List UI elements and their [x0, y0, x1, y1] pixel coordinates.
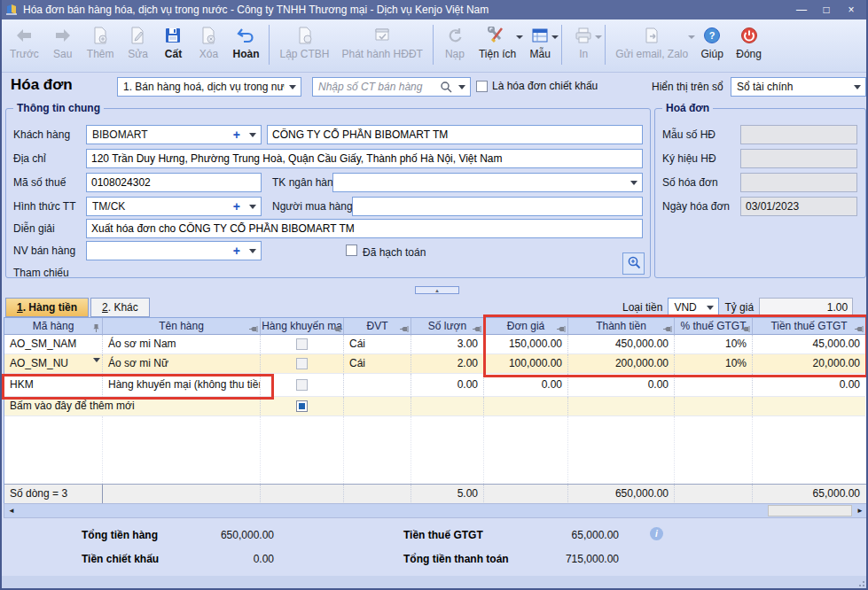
cell-name[interactable]: Áo sơ mi Nữ: [103, 354, 261, 374]
voucher-search-input[interactable]: [318, 79, 438, 95]
address-input[interactable]: [86, 149, 643, 168]
toolbar-button-save[interactable]: Cất: [155, 21, 191, 68]
maximize-button[interactable]: □: [815, 2, 838, 18]
cell-qty[interactable]: 3.00: [411, 335, 484, 354]
toolbar-button-phat-hanh-hddt[interactable]: Phát hành HĐĐT: [336, 21, 429, 68]
pin-icon[interactable]: [92, 322, 100, 335]
cell-vat-pct[interactable]: 10%: [675, 354, 753, 374]
cell-vat-pct[interactable]: [675, 397, 753, 416]
discount-invoice-checkbox[interactable]: [476, 81, 488, 92]
cell-vat[interactable]: [753, 397, 865, 416]
posted-checkbox[interactable]: [346, 245, 357, 256]
minimize-button[interactable]: —: [790, 2, 813, 18]
toolbar-button-delete[interactable]: Xóa: [191, 21, 226, 68]
scrollbar-thumb[interactable]: [768, 505, 852, 516]
cell-unit[interactable]: Cái: [344, 354, 411, 374]
scroll-left-arrow[interactable]: ◄: [4, 504, 19, 517]
chevron-down-icon[interactable]: [245, 126, 261, 144]
cell-promo[interactable]: [261, 335, 344, 354]
cell-promo[interactable]: [261, 374, 344, 397]
add-new-row[interactable]: Bấm vào đây để thêm mới: [4, 397, 867, 416]
toolbar-button-close-form[interactable]: Đóng: [730, 21, 768, 68]
toolbar-button-next[interactable]: Sau: [45, 21, 81, 68]
cell-qty[interactable]: 2.00: [411, 354, 484, 374]
promo-checkbox[interactable]: [296, 379, 308, 391]
customer-code-combo[interactable]: BIBOMART +: [86, 125, 262, 144]
toolbar-button-print[interactable]: In: [566, 21, 601, 68]
cell-unit[interactable]: [344, 374, 411, 397]
table-row[interactable]: HKM Hàng khuyến mại (không thu tiền) 0.0…: [4, 374, 867, 397]
chevron-down-icon[interactable]: [93, 360, 100, 374]
customer-name-input[interactable]: [267, 125, 643, 144]
pin-icon[interactable]: [556, 322, 566, 335]
chevron-down-icon[interactable]: [551, 35, 559, 39]
chevron-down-icon[interactable]: [595, 35, 602, 39]
chevron-down-icon[interactable]: [285, 78, 301, 96]
info-icon[interactable]: i: [650, 527, 663, 540]
pin-icon[interactable]: [332, 322, 341, 335]
payment-method-combo[interactable]: TM/CK +: [86, 197, 262, 216]
cell-price[interactable]: 0.00: [484, 374, 568, 397]
chevron-down-icon[interactable]: [245, 242, 261, 260]
column-header-ten-hang[interactable]: Tên hàng: [103, 318, 261, 335]
pin-icon[interactable]: [472, 322, 481, 335]
column-header-don-gia[interactable]: Đơn giá: [484, 318, 568, 335]
cell-amount[interactable]: 200,000.00: [568, 354, 675, 374]
cell-amount[interactable]: [568, 397, 675, 416]
toolbar-button-lap-ctbh[interactable]: Lập CTBH: [273, 21, 335, 68]
chevron-down-icon[interactable]: [849, 78, 865, 96]
pin-icon[interactable]: [399, 322, 409, 335]
promo-checkbox-checked[interactable]: [296, 400, 308, 412]
add-icon[interactable]: +: [229, 199, 245, 213]
column-header-tien-thue[interactable]: Tiền thuế GTGT: [753, 318, 865, 335]
resize-grip-icon[interactable]: [856, 578, 864, 586]
invoice-type-select[interactable]: 1. Bán hàng hoá, dịch vụ trong nước: [117, 77, 301, 97]
display-on-select[interactable]: Sổ tài chính: [731, 77, 866, 97]
cell-vat[interactable]: 0.00: [753, 374, 865, 397]
cell-code[interactable]: AO_SM_NU: [4, 354, 103, 374]
cell-price[interactable]: 100,000.00: [484, 354, 568, 374]
add-new-row-text[interactable]: Bấm vào đây để thêm mới: [4, 397, 261, 416]
collapse-splitter-button[interactable]: ▲: [415, 286, 459, 294]
cell-unit[interactable]: Cái: [344, 335, 411, 354]
toolbar-button-send-email[interactable]: Gửi email, Zalo: [609, 21, 694, 68]
toolbar-button-prev[interactable]: Trước: [4, 21, 45, 68]
tax-code-input[interactable]: [86, 173, 262, 192]
currency-select[interactable]: VND: [668, 298, 719, 317]
cell-vat-pct[interactable]: 10%: [675, 335, 753, 354]
toolbar-button-help[interactable]: ? Giúp: [694, 21, 730, 68]
bank-account-select[interactable]: [332, 173, 643, 192]
toolbar-button-templates[interactable]: Mẫu: [522, 21, 558, 68]
cell-vat[interactable]: 45,000.00: [753, 335, 865, 354]
close-button[interactable]: ×: [840, 2, 863, 18]
cell-amount[interactable]: 0.00: [568, 374, 675, 397]
cell-promo[interactable]: [261, 397, 344, 416]
chevron-down-icon[interactable]: [702, 299, 718, 316]
toolbar-button-utilities[interactable]: Tiện ích: [473, 21, 522, 68]
toolbar-button-reload[interactable]: Nạp: [437, 21, 473, 68]
cell-code[interactable]: HKM: [4, 374, 103, 397]
tab-hang-tien[interactable]: 1. Hàng tiền: [5, 298, 89, 317]
cell-vat[interactable]: 20,000.00: [753, 354, 865, 374]
cell-qty[interactable]: [411, 397, 484, 416]
description-input[interactable]: [86, 219, 643, 238]
pin-icon[interactable]: [854, 322, 864, 335]
buyer-input[interactable]: [352, 197, 643, 216]
chevron-down-icon[interactable]: [454, 78, 470, 96]
pin-icon[interactable]: [740, 322, 750, 335]
chevron-down-icon[interactable]: [626, 174, 642, 191]
cell-promo[interactable]: [261, 354, 344, 374]
promo-checkbox[interactable]: [296, 338, 308, 350]
cell-unit[interactable]: [344, 397, 411, 416]
cell-name[interactable]: Hàng khuyến mại (không thu tiền): [103, 374, 261, 397]
cell-vat-pct[interactable]: [675, 374, 753, 397]
table-row[interactable]: AO_SM_NAM Áo sơ mi Nam Cái 3.00 150,000.…: [4, 335, 867, 354]
toolbar-button-add[interactable]: Thêm: [81, 21, 121, 68]
search-icon[interactable]: [440, 81, 452, 93]
scroll-right-arrow[interactable]: ►: [853, 504, 867, 517]
cell-amount[interactable]: 450,000.00: [568, 335, 675, 354]
cell-price[interactable]: [484, 397, 568, 416]
add-icon[interactable]: +: [229, 244, 245, 258]
cell-code[interactable]: AO_SM_NAM: [4, 335, 103, 354]
table-row-selected[interactable]: AO_SM_NU Áo sơ mi Nữ Cái 2.00 100,000.00…: [4, 354, 867, 374]
